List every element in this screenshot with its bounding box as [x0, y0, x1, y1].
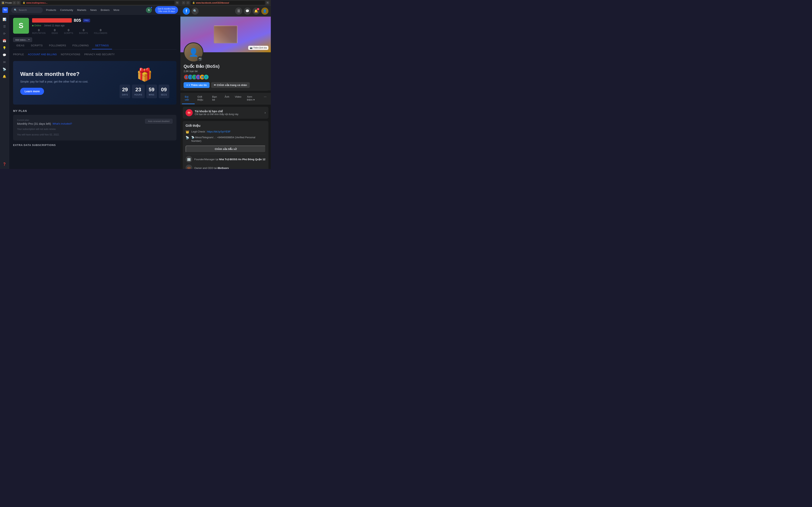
- subtab-account-billing[interactable]: ACCOUNT AND BILLING: [28, 53, 57, 56]
- tab-scripts[interactable]: SCRIPTS: [28, 42, 46, 49]
- profile-info: 805 PRO Online Joined 11 days ago 0: [32, 18, 176, 34]
- restricted-notice[interactable]: ⛔ Tài khoản bị hạn chế Chỉ bạn bè có thể…: [183, 107, 268, 119]
- settings-subtabs: PROFILE ACCOUNT AND BILLING NOTIFICATION…: [13, 53, 176, 57]
- tab-settings[interactable]: SETTINGS: [92, 42, 112, 49]
- nav-markets[interactable]: Markets: [77, 8, 86, 11]
- fb-back-button[interactable]: ‹: [182, 1, 185, 4]
- refresh-button[interactable]: ↻: [175, 1, 179, 4]
- fb-notifications-icon[interactable]: 🔔 12: [253, 7, 260, 15]
- profile-stats: 0 REPUTATION 0 IDEAS 0 SCRIPTS 0: [32, 29, 176, 34]
- profile-header: S 805 PRO Online Joined 11 days ago: [13, 18, 176, 34]
- fb-tab-more[interactable]: Xem thêm ▾: [244, 93, 261, 104]
- sidebar-messages-icon[interactable]: ✉: [1, 59, 8, 65]
- promo-line2: Offer ends 30 days: [158, 10, 175, 13]
- nav-community[interactable]: Community: [60, 8, 73, 11]
- edit-bio-button[interactable]: Chỉnh sửa tiểu sử: [186, 146, 266, 153]
- fb-url-text: www.facebook.com/CEOibosso/: [196, 2, 229, 4]
- subtab-privacy[interactable]: PRIVACY AND SECURITY: [84, 53, 115, 56]
- plan-desc2: You will have access until Nov 02, 2022.: [17, 133, 172, 136]
- sidebar-chat-icon[interactable]: 💬: [1, 52, 8, 58]
- url-bar-left[interactable]: 🔒 www.tradingview.c...: [21, 1, 174, 5]
- fb-profile-name: Quốc Bảo (BoSs): [184, 64, 268, 69]
- restricted-text: Tài khoản bị hạn chế Chỉ bạn bè có thể n…: [195, 110, 263, 116]
- add-to-story-button[interactable]: + + Thêm vào tin: [184, 82, 209, 88]
- fb-tab-videos[interactable]: Video: [232, 93, 244, 104]
- promo-line1: Get 6 months free: [158, 7, 175, 10]
- promo-text: Want six months free? Simple: pay for ha…: [20, 71, 115, 95]
- restricted-title: Tài khoản bị hạn chế: [195, 110, 263, 113]
- edit-profile-label: ✏ Chỉnh sửa trang cá nhân: [214, 83, 247, 87]
- private-label: Private: [5, 2, 12, 4]
- sidebar-help-icon[interactable]: ❓: [1, 161, 8, 167]
- notification-badge: [150, 6, 152, 8]
- sidebar-screener-icon[interactable]: ⟳: [1, 31, 8, 37]
- fb-tab-friends[interactable]: Bạn bè: [209, 93, 222, 104]
- plan-details: Current plan Monthly Pro (31 days left) …: [17, 119, 72, 125]
- promo-button[interactable]: Get 6 months free Offer ends 30 days: [155, 6, 178, 14]
- cover-camera-button[interactable]: 📷 Thêm ảnh bìa: [248, 46, 268, 50]
- plan-desc1: Your subscription will not auto renew.: [17, 127, 172, 131]
- add-story-label: + Thêm vào tin: [189, 83, 207, 87]
- search-bar[interactable]: 🔍 Search: [11, 7, 43, 13]
- profile-name-partial: 805: [74, 18, 81, 23]
- fb-tab-ellipsis[interactable]: ⋯: [261, 93, 269, 104]
- telegram-text: 📡 Mess/Telegram/.. : +84949308854 (Verif…: [191, 136, 266, 143]
- tv-sidebar: 📊 ☰ ⟳ 📅 💡 💬 ✉ 📡 🔔 ❓: [0, 15, 9, 169]
- sidebar-broadcast-icon[interactable]: 📡: [1, 66, 8, 72]
- tab-followers[interactable]: FOLLOWERS: [46, 42, 69, 49]
- fb-refresh-button[interactable]: ↻: [266, 1, 269, 4]
- nav-news[interactable]: News: [90, 8, 97, 11]
- legit-text: Legit Check : https://bit.ly/3yiYE9F: [191, 130, 231, 133]
- edit-profile-button[interactable]: ✏ Chỉnh sửa trang cá nhân: [211, 82, 250, 88]
- sidebar-alerts-icon[interactable]: 🔔: [1, 73, 8, 79]
- fb-forward-button[interactable]: ›: [186, 1, 190, 4]
- sidebar-chart-icon[interactable]: 📊: [1, 16, 8, 22]
- add-status-button[interactable]: Add status... ✏: [13, 38, 32, 42]
- about-title: Giới thiệu: [186, 124, 266, 127]
- plan-card-top: Current plan Monthly Pro (31 days left) …: [17, 119, 172, 125]
- legit-icon: 👑: [186, 130, 189, 134]
- tab-following[interactable]: FOLLOWING: [69, 42, 92, 49]
- sidebar-calendar-icon[interactable]: 📅: [1, 38, 8, 44]
- sidebar-watchlist-icon[interactable]: ☰: [1, 23, 8, 30]
- promo-title: Want six months free?: [20, 71, 115, 77]
- nav-brokers[interactable]: Brokers: [101, 8, 110, 11]
- work-item-0: 🏢 Founder/Manager tại Nhà Trợ iBOSS An P…: [186, 156, 266, 163]
- countdown: 29 DAYS 23 HOURS 59 MINS 09: [119, 84, 169, 98]
- fb-tab-about[interactable]: Giới thiệu: [195, 93, 209, 104]
- nav-more[interactable]: More: [114, 8, 119, 11]
- tab-ideas[interactable]: IDEAS: [13, 42, 28, 49]
- tradingview-logo[interactable]: TV: [2, 7, 8, 13]
- back-button[interactable]: ‹: [13, 1, 16, 4]
- user-avatar[interactable]: S: [146, 7, 152, 13]
- fb-tab-photos[interactable]: Ảnh: [222, 93, 232, 104]
- stat-scripts: 0 SCRIPTS: [64, 29, 73, 34]
- fb-notification-badge: 12: [257, 7, 260, 11]
- fb-url-bar[interactable]: 🔒 www.facebook.com/CEOibosso/: [191, 1, 265, 5]
- nav-products[interactable]: Products: [46, 8, 56, 11]
- whats-included-link[interactable]: What's included?: [53, 122, 72, 125]
- restricted-chevron-icon: ›: [265, 111, 266, 114]
- fb-messenger-icon[interactable]: 💬: [244, 7, 251, 15]
- fb-tab-posts[interactable]: Bài viết: [182, 93, 195, 104]
- sidebar-ideas-icon[interactable]: 💡: [1, 45, 8, 51]
- learn-more-button[interactable]: Learn more: [20, 88, 44, 95]
- url-text-left: www.tradingview.c...: [26, 2, 47, 4]
- subtab-profile[interactable]: PROFILE: [13, 53, 24, 56]
- plan-card: Current plan Monthly Pro (31 days left) …: [13, 115, 176, 140]
- browser-chrome-right: ‹ › 🔒 www.facebook.com/CEOibosso/ ↻: [181, 0, 271, 6]
- fb-search-button[interactable]: 🔍: [192, 7, 199, 15]
- fb-user-avatar[interactable]: 👤: [261, 7, 268, 15]
- countdown-mins: 59 MINS: [146, 84, 157, 98]
- facebook-logo[interactable]: f: [183, 7, 190, 15]
- extra-section-title: EXTRA DATA SUBSCRIPTIONS: [13, 144, 176, 147]
- fb-profile-camera-button[interactable]: 📷: [197, 56, 203, 61]
- work-text-1: Owner and CEO tại iBoSsory: [194, 167, 229, 169]
- countdown-days: 29 DAYS: [119, 84, 130, 98]
- auto-renewal-badge: Auto renewal disabled: [145, 119, 172, 124]
- fb-menu-icon[interactable]: ☰: [235, 7, 242, 15]
- forward-button[interactable]: ›: [17, 1, 20, 4]
- subtab-notifications[interactable]: NOTIFICATIONS: [61, 53, 80, 56]
- fb-friends-avatars: 👤 👤 👤 👤 👤 👤: [184, 74, 268, 80]
- legit-link[interactable]: https://bit.ly/3yiYE9F: [207, 130, 231, 133]
